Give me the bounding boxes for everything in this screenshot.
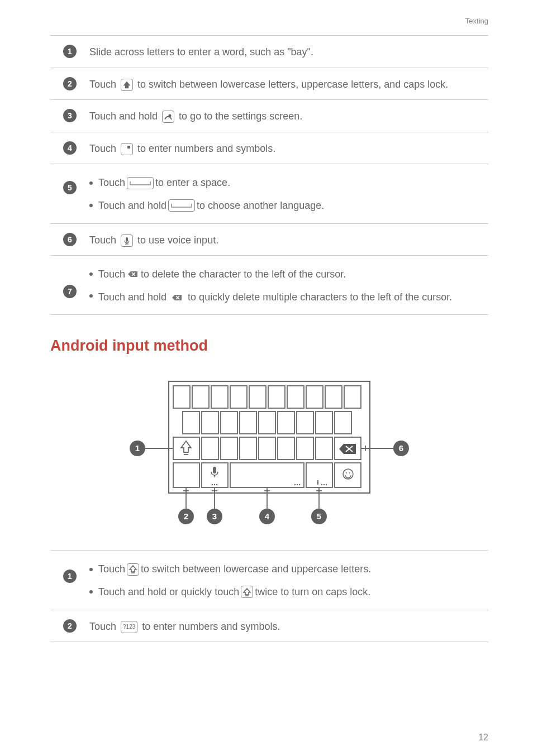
callout-2: 2 — [184, 511, 188, 521]
svg-rect-25 — [297, 412, 313, 434]
text-fragment: to enter a space. — [155, 174, 230, 192]
svg-point-52 — [299, 484, 300, 485]
svg-rect-11 — [211, 386, 228, 408]
shift-outline-icon — [127, 563, 139, 576]
svg-rect-32 — [259, 437, 275, 460]
spacebar-icon — [168, 199, 195, 212]
spacebar-icon — [127, 177, 154, 189]
row-content: Touch and hold to go to the settings scr… — [89, 107, 488, 125]
text-fragment: to use voice input. — [135, 235, 218, 246]
svg-rect-35 — [316, 437, 332, 460]
svg-rect-30 — [221, 437, 237, 460]
page-header: Texting — [50, 17, 488, 25]
swype-settings-icon — [162, 111, 174, 123]
q123-key-icon: ?123 — [121, 621, 137, 633]
shift-icon — [121, 79, 133, 91]
callout-6: 6 — [399, 443, 403, 453]
row-number-badge: 4 — [63, 141, 77, 155]
svg-rect-44 — [335, 463, 361, 487]
table-row: 5 Touch to enter a space. Touch and hold… — [50, 164, 488, 223]
row-content: Touch to use voice input. — [89, 231, 488, 249]
svg-rect-43 — [306, 463, 332, 487]
callout-1: 1 — [135, 443, 140, 453]
row-content: Touch to switch between lowercase and up… — [89, 557, 488, 602]
svg-point-59 — [349, 472, 350, 473]
bullet-icon — [89, 181, 93, 185]
table-row: 1 Slide across letters to enter a word, … — [50, 36, 488, 68]
svg-rect-21 — [221, 412, 237, 434]
svg-rect-17 — [325, 386, 342, 408]
svg-point-58 — [346, 472, 347, 473]
row-number-badge: 2 — [63, 77, 77, 90]
bullet-icon — [89, 204, 93, 207]
svg-rect-45 — [213, 467, 216, 473]
text-fragment: Touch — [89, 79, 119, 90]
text-fragment: to choose another language. — [197, 197, 324, 214]
row-number-badge: 7 — [63, 285, 77, 298]
svg-rect-18 — [344, 386, 361, 408]
text-fragment: to switch between lowercase letters, upp… — [135, 79, 448, 90]
symbols-key-icon — [121, 143, 133, 155]
text-fragment: Touch — [98, 561, 125, 578]
table-row: 2 Touch to switch between lowercase lett… — [50, 68, 488, 101]
page-number: 12 — [478, 733, 488, 743]
svg-point-57 — [343, 469, 353, 479]
svg-rect-16 — [306, 386, 323, 408]
svg-rect-22 — [240, 412, 256, 434]
svg-rect-27 — [335, 412, 351, 434]
svg-rect-19 — [183, 412, 199, 434]
text-fragment: to enter numbers and symbols. — [135, 143, 275, 154]
row-number-badge: 2 — [63, 619, 77, 633]
svg-rect-23 — [259, 412, 275, 434]
svg-rect-15 — [287, 386, 304, 408]
instruction-table-2: 1 Touch to switch between lowercase and … — [50, 550, 488, 642]
row-number-badge: 3 — [63, 109, 77, 122]
text-fragment: Touch — [89, 621, 119, 632]
svg-rect-40 — [173, 463, 199, 487]
callout-3: 3 — [212, 511, 217, 521]
table-row: 3 Touch and hold to go to the settings s… — [50, 100, 488, 132]
svg-rect-24 — [278, 412, 294, 434]
text-fragment: Touch — [98, 266, 125, 283]
svg-point-48 — [214, 484, 215, 485]
text-fragment: to enter numbers and symbols. — [139, 621, 280, 632]
row-content: Touch to enter a space. Touch and hold t… — [89, 171, 488, 216]
row-number-badge: 1 — [63, 45, 77, 58]
svg-point-49 — [216, 484, 217, 485]
svg-rect-28 — [173, 437, 199, 460]
bullet-icon — [89, 272, 93, 276]
svg-point-54 — [321, 484, 322, 485]
table-row: 4 Touch to enter numbers and symbols. — [50, 132, 488, 165]
callout-5: 5 — [317, 511, 321, 521]
text-fragment: Touch and hold — [98, 291, 169, 303]
svg-rect-34 — [297, 437, 313, 460]
table-row: 2 Touch ?123 to enter numbers and symbol… — [50, 610, 488, 643]
text-fragment: Touch and hold — [98, 197, 166, 214]
text-fragment: to delete the character to the left of t… — [141, 266, 346, 283]
row-content: Touch ?123 to enter numbers and symbols. — [89, 617, 488, 635]
svg-point-56 — [326, 484, 327, 485]
bullet-icon — [89, 294, 93, 298]
svg-rect-33 — [278, 437, 294, 460]
text-fragment: to go to the settings screen. — [176, 111, 302, 122]
svg-point-55 — [323, 484, 325, 485]
svg-rect-42 — [230, 463, 304, 487]
row-number-badge: 5 — [63, 181, 77, 194]
row-content: Touch to switch between lowercase letter… — [89, 75, 488, 93]
svg-rect-29 — [202, 437, 218, 460]
svg-point-47 — [212, 484, 213, 485]
text-fragment: twice to turn on caps lock. — [255, 583, 370, 601]
svg-rect-31 — [240, 437, 256, 460]
text-fragment: to switch between lowercase and uppercas… — [141, 561, 371, 578]
svg-point-50 — [294, 484, 296, 485]
svg-rect-20 — [202, 412, 218, 434]
svg-rect-14 — [268, 386, 285, 408]
text-fragment: Touch — [89, 235, 119, 246]
svg-rect-13 — [249, 386, 266, 408]
svg-rect-9 — [173, 386, 190, 408]
text-fragment: Touch and hold — [89, 111, 160, 122]
callout-4: 4 — [265, 511, 270, 521]
bullet-icon — [89, 590, 93, 594]
text-fragment: to quickly delete multiple characters to… — [185, 291, 452, 303]
shift-outline-icon — [241, 586, 253, 598]
